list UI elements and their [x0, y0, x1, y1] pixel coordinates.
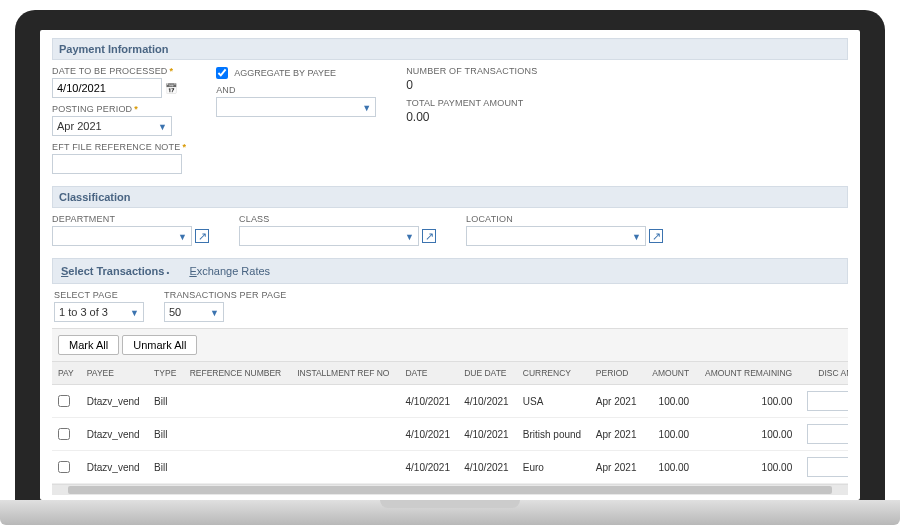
- transactions-table: PAY PAYEE TYPE REFERENCE NUMBER INSTALLM…: [52, 362, 848, 484]
- location-label: LOCATION: [466, 214, 663, 224]
- col-currency: CURRENCY: [517, 362, 590, 385]
- cell-installment: [291, 418, 399, 451]
- cell-disc-amount: [798, 418, 848, 451]
- num-transactions-label: NUMBER OF TRANSACTIONS: [406, 66, 537, 76]
- popout-icon[interactable]: [195, 229, 209, 243]
- payment-info-header: Payment Information: [52, 38, 848, 60]
- class-select[interactable]: [239, 226, 419, 246]
- classification-fields: DEPARTMENT CLASS LOCATION: [52, 214, 848, 246]
- cell-payee: Dtazv_vend: [81, 451, 148, 484]
- location-select[interactable]: [466, 226, 646, 246]
- aggregate-by-payee-label: AGGREGATE BY PAYEE: [234, 68, 336, 78]
- cell-payee: Dtazv_vend: [81, 385, 148, 418]
- table-row[interactable]: Dtazv_vendBill4/10/20214/10/2021British …: [52, 418, 848, 451]
- col-type: TYPE: [148, 362, 184, 385]
- department-label: DEPARTMENT: [52, 214, 209, 224]
- tab-select-transactions[interactable]: Select Transactions: [61, 265, 169, 277]
- posting-period-label: POSTING PERIOD*: [52, 104, 186, 114]
- col-installment: INSTALLMENT REF NO: [291, 362, 399, 385]
- popout-icon[interactable]: [422, 229, 436, 243]
- col-date: DATE: [399, 362, 458, 385]
- chevron-down-icon: [632, 230, 641, 242]
- disc-amount-input[interactable]: [807, 424, 848, 444]
- unmark-all-button[interactable]: Unmark All: [122, 335, 197, 355]
- cell-date: 4/10/2021: [399, 451, 458, 484]
- pay-checkbox[interactable]: [58, 428, 70, 440]
- cell-due: 4/10/2021: [458, 451, 517, 484]
- cell-type: Bill: [148, 385, 184, 418]
- paging-controls: SELECT PAGE 1 to 3 of 3 TRANSACTIONS PER…: [52, 284, 848, 328]
- and-select[interactable]: [216, 97, 376, 117]
- date-processed-label: DATE TO BE PROCESSED*: [52, 66, 186, 76]
- cell-currency: British pound: [517, 418, 590, 451]
- tab-exchange-rates[interactable]: Exchange Rates: [189, 265, 270, 277]
- disc-amount-input[interactable]: [807, 391, 848, 411]
- col-amount: AMOUNT: [644, 362, 695, 385]
- classification-header: Classification: [52, 186, 848, 208]
- chevron-down-icon: [362, 101, 371, 113]
- aggregate-by-payee-checkbox[interactable]: [216, 67, 228, 79]
- eft-ref-label: EFT FILE REFERENCE NOTE*: [52, 142, 186, 152]
- class-label: CLASS: [239, 214, 436, 224]
- horizontal-scrollbar[interactable]: [52, 485, 848, 495]
- popout-icon[interactable]: [649, 229, 663, 243]
- pay-checkbox[interactable]: [58, 461, 70, 473]
- cell-amount: 100.00: [644, 451, 695, 484]
- payment-fields: DATE TO BE PROCESSED* POSTING PERIOD* Ap…: [52, 66, 848, 174]
- cell-remaining: 100.00: [695, 418, 798, 451]
- cell-payee: Dtazv_vend: [81, 418, 148, 451]
- date-processed-input[interactable]: [52, 78, 162, 98]
- cell-ref: [184, 418, 292, 451]
- cell-amount: 100.00: [644, 385, 695, 418]
- cell-disc-amount: [798, 385, 848, 418]
- cell-date: 4/10/2021: [399, 418, 458, 451]
- cell-ref: [184, 385, 292, 418]
- col-period: PERIOD: [590, 362, 645, 385]
- and-label: AND: [216, 85, 376, 95]
- col-payee: PAYEE: [81, 362, 148, 385]
- pay-checkbox[interactable]: [58, 395, 70, 407]
- cell-type: Bill: [148, 418, 184, 451]
- col-disc-amount: DISC AMOUNT: [798, 362, 848, 385]
- eft-ref-input[interactable]: [52, 154, 182, 174]
- calendar-icon[interactable]: [165, 82, 177, 94]
- cell-due: 4/10/2021: [458, 385, 517, 418]
- department-select[interactable]: [52, 226, 192, 246]
- cell-currency: USA: [517, 385, 590, 418]
- cell-due: 4/10/2021: [458, 418, 517, 451]
- total-amount-value: 0.00: [406, 110, 537, 124]
- subtabs: Select Transactions Exchange Rates: [52, 258, 848, 284]
- col-ref-number: REFERENCE NUMBER: [184, 362, 292, 385]
- cell-type: Bill: [148, 451, 184, 484]
- cell-date: 4/10/2021: [399, 385, 458, 418]
- cell-installment: [291, 385, 399, 418]
- total-amount-label: TOTAL PAYMENT AMOUNT: [406, 98, 537, 108]
- cell-currency: Euro: [517, 451, 590, 484]
- cell-installment: [291, 451, 399, 484]
- col-amount-remaining: AMOUNT REMAINING: [695, 362, 798, 385]
- per-page-label: TRANSACTIONS PER PAGE: [164, 290, 287, 300]
- chevron-down-icon: [405, 230, 414, 242]
- mark-all-button[interactable]: Mark All: [58, 335, 119, 355]
- cell-remaining: 100.00: [695, 451, 798, 484]
- cell-disc-amount: [798, 451, 848, 484]
- num-transactions-value: 0: [406, 78, 537, 92]
- col-due-date: DUE DATE: [458, 362, 517, 385]
- select-page-dropdown[interactable]: 1 to 3 of 3: [54, 302, 144, 322]
- posting-period-select[interactable]: Apr 2021: [52, 116, 172, 136]
- table-row[interactable]: Dtazv_vendBill4/10/20214/10/2021USAApr 2…: [52, 385, 848, 418]
- cell-remaining: 100.00: [695, 385, 798, 418]
- chevron-down-icon: [130, 306, 139, 318]
- disc-amount-input[interactable]: [807, 457, 848, 477]
- cell-ref: [184, 451, 292, 484]
- selection-toolbar: Mark All Unmark All: [52, 328, 848, 362]
- transactions-table-wrap: PAY PAYEE TYPE REFERENCE NUMBER INSTALLM…: [52, 362, 848, 485]
- table-row[interactable]: Dtazv_vendBill4/10/20214/10/2021EuroApr …: [52, 451, 848, 484]
- chevron-down-icon: [178, 230, 187, 242]
- cell-period: Apr 2021: [590, 385, 645, 418]
- per-page-dropdown[interactable]: 50: [164, 302, 224, 322]
- cell-amount: 100.00: [644, 418, 695, 451]
- cell-period: Apr 2021: [590, 451, 645, 484]
- chevron-down-icon: [158, 120, 167, 132]
- app-screen: Payment Information DATE TO BE PROCESSED…: [40, 30, 860, 500]
